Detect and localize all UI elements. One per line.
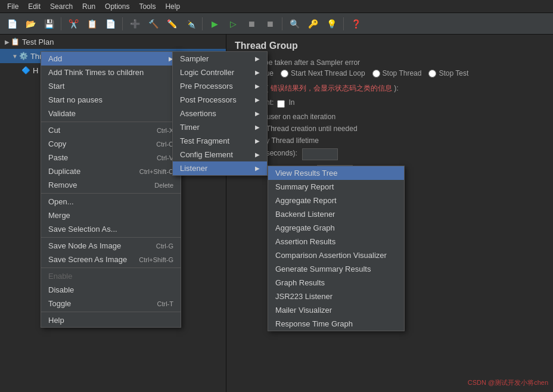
ctx-paste[interactable]: Paste Ctrl-V [41,151,181,164]
ctx-validate[interactable]: Validate [41,107,181,120]
ctx-open[interactable]: Open... [41,195,181,209]
ctx-start-no-pauses[interactable]: Start no pauses [41,93,181,107]
listener-generate-summary[interactable]: Generate Summary Results [268,262,404,276]
config-arrow: ▶ [255,151,260,158]
context-menu-overlay: Add ▶ Add Think Times to children Start … [0,0,553,392]
listener-view-results-tree[interactable]: View Results Tree [268,166,404,180]
listener-summary-report[interactable]: Summary Report [268,180,404,194]
add-submenu: Sampler ▶ Logic Controller ▶ Pre Process… [172,51,268,176]
ctx-save-node-image[interactable]: Save Node As Image Ctrl-G [41,239,181,253]
ctx-save-selection[interactable]: Save Selection As... [41,222,181,236]
listener-arrow: ▶ [255,165,260,172]
ctx-merge[interactable]: Merge [41,209,181,222]
shortcut-paste: Ctrl-V [157,154,173,161]
add-logic-controller[interactable]: Logic Controller ▶ [173,66,267,79]
listener-assertion-results[interactable]: Assertion Results [268,235,404,248]
add-post-processors[interactable]: Post Processors ▶ [173,93,267,107]
shortcut-duplicate: Ctrl+Shift-C [139,168,173,175]
context-menu: Add ▶ Add Think Times to children Start … [41,51,181,328]
listener-response-time[interactable]: Response Time Graph [268,317,404,331]
shortcut-toggle: Ctrl-T [157,300,174,307]
ctx-disable[interactable]: Disable [41,283,181,297]
sampler-arrow: ▶ [255,55,260,62]
post-arrow: ▶ [255,97,260,103]
listener-jsr223[interactable]: JSR223 Listener [268,290,404,303]
add-listener[interactable]: Listener ▶ [173,161,267,175]
shortcut-copy: Ctrl-C [156,141,173,148]
add-config-element[interactable]: Config Element ▶ [173,148,267,161]
listener-mailer[interactable]: Mailer Visualizer [268,303,404,317]
fragment-arrow: ▶ [255,138,260,144]
sep-1 [41,122,181,122]
ctx-add[interactable]: Add ▶ [41,52,181,66]
ctx-toggle[interactable]: Toggle Ctrl-T [41,297,181,310]
assert-arrow: ▶ [255,110,260,117]
sep-4 [41,267,181,268]
ctx-save-screen-image[interactable]: Save Screen As Image Ctrl+Shift-G [41,253,181,266]
pre-arrow: ▶ [255,83,260,89]
listener-aggregate-report[interactable]: Aggregate Report [268,194,404,207]
add-assertions[interactable]: Assertions ▶ [173,107,267,120]
ctx-start[interactable]: Start [41,79,181,93]
add-pre-processors[interactable]: Pre Processors ▶ [173,79,267,93]
add-test-fragment[interactable]: Test Fragment ▶ [173,134,267,148]
ctx-copy[interactable]: Copy Ctrl-C [41,137,181,151]
watermark: CSDN @测试开发小将chen [468,378,548,387]
listener-backend-listener[interactable]: Backend Listener [268,207,404,221]
ctx-help[interactable]: Help [41,313,181,327]
shortcut-save-node: Ctrl-G [156,242,173,250]
sep-5 [41,312,181,312]
timer-arrow: ▶ [255,124,260,130]
listener-submenu: View Results Tree Summary Report Aggrega… [268,166,405,331]
sep-3 [41,237,181,238]
shortcut-cut: Ctrl-X [157,127,173,134]
ctx-duplicate[interactable]: Duplicate Ctrl+Shift-C [41,164,181,178]
add-timer[interactable]: Timer ▶ [173,120,267,134]
shortcut-remove: Delete [154,182,173,189]
sep-2 [41,193,181,194]
listener-graph-results[interactable]: Graph Results [268,276,404,290]
shortcut-save-screen: Ctrl+Shift-G [139,256,173,263]
add-sampler[interactable]: Sampler ▶ [173,52,267,66]
ctx-enable: Enable [41,269,181,283]
ctx-add-think-times[interactable]: Add Think Times to children [41,66,181,79]
logic-arrow: ▶ [255,69,260,76]
ctx-remove[interactable]: Remove Delete [41,178,181,192]
listener-aggregate-graph[interactable]: Aggregate Graph [268,221,404,235]
ctx-cut[interactable]: Cut Ctrl-X [41,123,181,137]
listener-comparison-assertion[interactable]: Comparison Assertion Visualizer [268,248,404,262]
